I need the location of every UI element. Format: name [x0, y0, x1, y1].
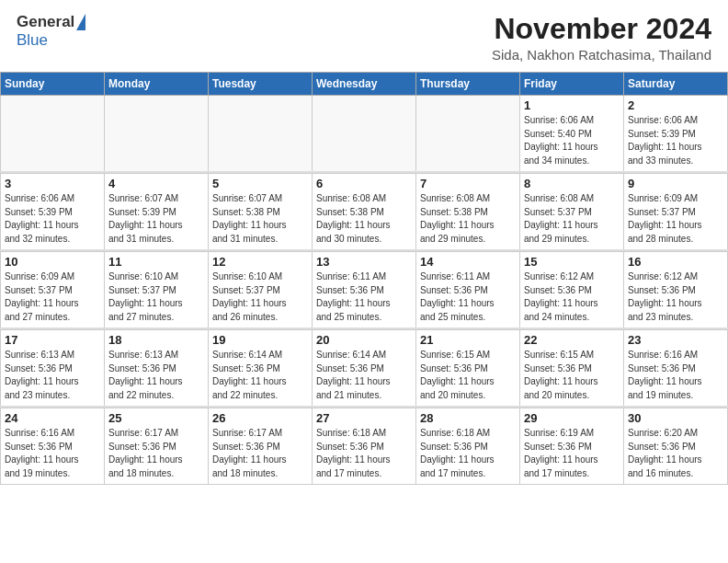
calendar-week-row: 24Sunrise: 6:16 AM Sunset: 5:36 PM Dayli… [1, 408, 728, 485]
calendar-header-monday: Monday [105, 73, 209, 96]
calendar-cell: 20Sunrise: 6:14 AM Sunset: 5:36 PM Dayli… [313, 330, 416, 408]
cell-day-number: 14 [420, 255, 516, 269]
cell-day-info: Sunrise: 6:16 AM Sunset: 5:36 PM Dayligh… [628, 349, 723, 402]
cell-day-number: 16 [628, 255, 723, 269]
cell-day-number: 28 [420, 411, 516, 425]
calendar-cell: 29Sunrise: 6:19 AM Sunset: 5:36 PM Dayli… [520, 408, 624, 485]
calendar-cell: 22Sunrise: 6:15 AM Sunset: 5:36 PM Dayli… [520, 330, 624, 408]
cell-day-number: 7 [420, 177, 516, 190]
calendar-cell [1, 96, 105, 173]
calendar-cell [105, 96, 209, 173]
cell-day-number: 24 [5, 411, 100, 425]
cell-day-info: Sunrise: 6:12 AM Sunset: 5:36 PM Dayligh… [524, 270, 620, 324]
title-block: November 2024 Sida, Nakhon Ratchasima, T… [492, 13, 711, 63]
cell-day-number: 1 [524, 98, 620, 112]
cell-day-info: Sunrise: 6:06 AM Sunset: 5:39 PM Dayligh… [5, 192, 100, 246]
cell-day-number: 29 [524, 411, 620, 425]
calendar-cell: 26Sunrise: 6:17 AM Sunset: 5:36 PM Dayli… [209, 408, 313, 485]
cell-day-info: Sunrise: 6:10 AM Sunset: 5:37 PM Dayligh… [212, 270, 308, 324]
calendar-table: SundayMondayTuesdayWednesdayThursdayFrid… [0, 72, 728, 485]
month-title: November 2024 [492, 13, 711, 45]
calendar-cell: 2Sunrise: 6:06 AM Sunset: 5:39 PM Daylig… [624, 96, 728, 173]
header: General Blue November 2024 Sida, Nakhon … [0, 0, 728, 68]
calendar-header-saturday: Saturday [624, 73, 728, 96]
page: General Blue November 2024 Sida, Nakhon … [0, 0, 728, 563]
logo-blue-text: Blue [17, 31, 48, 49]
cell-day-number: 9 [628, 177, 723, 190]
calendar-cell: 17Sunrise: 6:13 AM Sunset: 5:36 PM Dayli… [1, 330, 105, 408]
calendar-cell: 15Sunrise: 6:12 AM Sunset: 5:36 PM Dayli… [520, 252, 624, 329]
cell-day-number: 22 [524, 333, 620, 347]
cell-day-number: 12 [212, 255, 308, 269]
cell-day-info: Sunrise: 6:18 AM Sunset: 5:36 PM Dayligh… [316, 427, 412, 480]
calendar-cell: 11Sunrise: 6:10 AM Sunset: 5:37 PM Dayli… [105, 252, 209, 329]
logo: General Blue [17, 13, 85, 50]
calendar-cell: 6Sunrise: 6:08 AM Sunset: 5:38 PM Daylig… [313, 174, 416, 251]
cell-day-info: Sunrise: 6:19 AM Sunset: 5:36 PM Dayligh… [524, 427, 620, 480]
calendar-cell: 25Sunrise: 6:17 AM Sunset: 5:36 PM Dayli… [105, 408, 209, 485]
cell-day-info: Sunrise: 6:14 AM Sunset: 5:36 PM Dayligh… [316, 349, 412, 402]
calendar-cell: 9Sunrise: 6:09 AM Sunset: 5:37 PM Daylig… [624, 174, 728, 251]
cell-day-number: 4 [108, 177, 204, 190]
calendar-cell [416, 96, 520, 173]
calendar-cell: 23Sunrise: 6:16 AM Sunset: 5:36 PM Dayli… [624, 330, 728, 408]
cell-day-info: Sunrise: 6:11 AM Sunset: 5:36 PM Dayligh… [316, 270, 412, 324]
cell-day-info: Sunrise: 6:13 AM Sunset: 5:36 PM Dayligh… [108, 349, 204, 402]
calendar-cell: 16Sunrise: 6:12 AM Sunset: 5:36 PM Dayli… [624, 252, 728, 329]
calendar-header-thursday: Thursday [416, 73, 520, 96]
cell-day-info: Sunrise: 6:12 AM Sunset: 5:36 PM Dayligh… [628, 270, 723, 324]
logo-general-text: General [17, 13, 74, 31]
calendar-cell [313, 96, 416, 173]
calendar-cell: 4Sunrise: 6:07 AM Sunset: 5:39 PM Daylig… [105, 174, 209, 251]
calendar-cell: 3Sunrise: 6:06 AM Sunset: 5:39 PM Daylig… [1, 174, 105, 251]
cell-day-number: 13 [316, 255, 412, 269]
calendar-cell: 18Sunrise: 6:13 AM Sunset: 5:36 PM Dayli… [105, 330, 209, 408]
logo-triangle-icon [76, 14, 85, 30]
cell-day-info: Sunrise: 6:18 AM Sunset: 5:36 PM Dayligh… [420, 427, 516, 480]
cell-day-number: 20 [316, 333, 412, 347]
cell-day-number: 27 [316, 411, 412, 425]
calendar-cell: 28Sunrise: 6:18 AM Sunset: 5:36 PM Dayli… [416, 408, 520, 485]
cell-day-info: Sunrise: 6:15 AM Sunset: 5:36 PM Dayligh… [420, 349, 516, 402]
cell-day-number: 10 [5, 255, 100, 269]
cell-day-info: Sunrise: 6:16 AM Sunset: 5:36 PM Dayligh… [5, 427, 100, 480]
calendar-week-row: 1Sunrise: 6:06 AM Sunset: 5:40 PM Daylig… [1, 96, 728, 173]
cell-day-number: 15 [524, 255, 620, 269]
cell-day-info: Sunrise: 6:11 AM Sunset: 5:36 PM Dayligh… [420, 270, 516, 324]
cell-day-info: Sunrise: 6:06 AM Sunset: 5:39 PM Dayligh… [628, 114, 723, 167]
cell-day-info: Sunrise: 6:17 AM Sunset: 5:36 PM Dayligh… [212, 427, 308, 480]
calendar-header-tuesday: Tuesday [209, 73, 313, 96]
calendar-cell: 7Sunrise: 6:08 AM Sunset: 5:38 PM Daylig… [416, 174, 520, 251]
calendar-cell: 10Sunrise: 6:09 AM Sunset: 5:37 PM Dayli… [1, 252, 105, 329]
cell-day-number: 8 [524, 177, 620, 190]
cell-day-info: Sunrise: 6:10 AM Sunset: 5:37 PM Dayligh… [108, 270, 204, 324]
cell-day-number: 3 [5, 177, 100, 190]
calendar-cell: 21Sunrise: 6:15 AM Sunset: 5:36 PM Dayli… [416, 330, 520, 408]
calendar-header-row: SundayMondayTuesdayWednesdayThursdayFrid… [1, 73, 728, 96]
calendar-cell: 30Sunrise: 6:20 AM Sunset: 5:36 PM Dayli… [624, 408, 728, 485]
cell-day-number: 11 [108, 255, 204, 269]
calendar-header-wednesday: Wednesday [313, 73, 416, 96]
calendar-header-friday: Friday [520, 73, 624, 96]
calendar-cell: 13Sunrise: 6:11 AM Sunset: 5:36 PM Dayli… [313, 252, 416, 329]
cell-day-info: Sunrise: 6:17 AM Sunset: 5:36 PM Dayligh… [108, 427, 204, 480]
calendar-week-row: 3Sunrise: 6:06 AM Sunset: 5:39 PM Daylig… [1, 174, 728, 251]
cell-day-number: 18 [108, 333, 204, 347]
calendar-week-row: 17Sunrise: 6:13 AM Sunset: 5:36 PM Dayli… [1, 330, 728, 408]
cell-day-info: Sunrise: 6:08 AM Sunset: 5:38 PM Dayligh… [420, 192, 516, 246]
calendar-cell: 24Sunrise: 6:16 AM Sunset: 5:36 PM Dayli… [1, 408, 105, 485]
cell-day-number: 25 [108, 411, 204, 425]
cell-day-number: 30 [628, 411, 723, 425]
cell-day-number: 26 [212, 411, 308, 425]
cell-day-number: 2 [628, 98, 723, 112]
calendar-cell: 12Sunrise: 6:10 AM Sunset: 5:37 PM Dayli… [209, 252, 313, 329]
calendar-cell: 5Sunrise: 6:07 AM Sunset: 5:38 PM Daylig… [209, 174, 313, 251]
cell-day-info: Sunrise: 6:09 AM Sunset: 5:37 PM Dayligh… [628, 192, 723, 246]
calendar-cell [209, 96, 313, 173]
calendar-cell: 1Sunrise: 6:06 AM Sunset: 5:40 PM Daylig… [520, 96, 624, 173]
location-title: Sida, Nakhon Ratchasima, Thailand [492, 47, 711, 63]
calendar-week-row: 10Sunrise: 6:09 AM Sunset: 5:37 PM Dayli… [1, 252, 728, 329]
calendar-header-sunday: Sunday [1, 73, 105, 96]
cell-day-info: Sunrise: 6:09 AM Sunset: 5:37 PM Dayligh… [5, 270, 100, 324]
calendar-cell: 8Sunrise: 6:08 AM Sunset: 5:37 PM Daylig… [520, 174, 624, 251]
